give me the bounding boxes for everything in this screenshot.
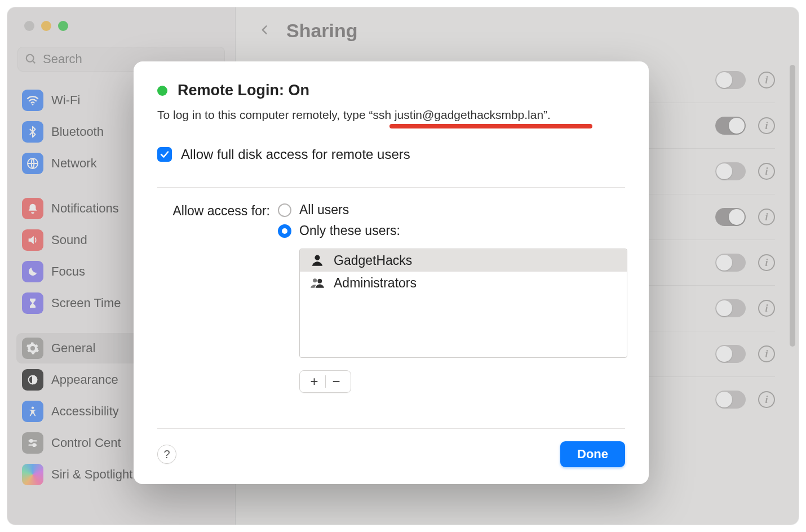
info-button[interactable]: i — [758, 300, 775, 317]
chevron-left-icon — [259, 21, 271, 38]
siri-icon — [22, 464, 43, 485]
add-remove-control: + − — [299, 370, 351, 393]
toggle[interactable] — [715, 391, 746, 409]
add-user-button[interactable]: + — [310, 375, 318, 388]
svg-point-7 — [30, 440, 32, 442]
accessibility-icon — [22, 401, 43, 422]
scrollbar[interactable] — [790, 65, 795, 358]
radio-icon — [278, 203, 291, 217]
search-icon — [25, 53, 37, 65]
bell-icon — [22, 198, 43, 219]
question-icon: ? — [163, 448, 170, 461]
sidebar-item-label: Appearance — [51, 373, 118, 387]
radio-all-users[interactable]: All users — [278, 202, 627, 218]
sidebar-item-label: Bluetooth — [51, 125, 104, 139]
bluetooth-icon — [22, 121, 43, 143]
user-name: GadgetHacks — [334, 253, 412, 268]
svg-point-2 — [32, 104, 34, 105]
dialog-subtitle: To log in to this computer remotely, typ… — [157, 108, 625, 122]
done-button[interactable]: Done — [560, 441, 625, 467]
svg-point-9 — [33, 444, 36, 446]
status-indicator-on — [157, 86, 167, 96]
appearance-icon — [22, 369, 43, 391]
svg-point-12 — [317, 279, 322, 283]
sidebar-item-label: Wi-Fi — [51, 93, 80, 108]
dialog-subtitle-text: To log in to this computer remotely, typ… — [157, 108, 551, 121]
remote-login-dialog: Remote Login: On To log in to this compu… — [134, 61, 649, 484]
full-disk-access-checkbox[interactable] — [157, 147, 172, 162]
gear-icon — [22, 338, 43, 359]
full-disk-access-label: Allow full disk access for remote users — [181, 147, 410, 162]
svg-point-10 — [315, 255, 320, 260]
access-for-label: Allow access for: — [157, 202, 270, 219]
toggle[interactable] — [715, 254, 746, 272]
sidebar-item-label: Sound — [51, 233, 87, 247]
svg-point-0 — [26, 55, 34, 62]
user-row[interactable]: Administrators — [300, 272, 627, 294]
settings-window: Wi-Fi Bluetooth Network Notifications — [7, 7, 799, 525]
speaker-icon — [22, 229, 43, 251]
annotation-underline — [389, 124, 592, 128]
info-button[interactable]: i — [758, 117, 775, 134]
user-name: Administrators — [334, 276, 417, 291]
info-button[interactable]: i — [758, 163, 775, 180]
info-button[interactable]: i — [758, 391, 775, 408]
toggle[interactable] — [715, 299, 746, 317]
sidebar-item-label: Focus — [51, 264, 85, 279]
person-icon — [310, 253, 325, 268]
back-button[interactable] — [259, 21, 271, 41]
sidebar-item-label: Notifications — [51, 201, 119, 216]
sidebar-item-label: Screen Time — [51, 296, 121, 311]
hourglass-icon — [22, 292, 43, 314]
sliders-icon — [22, 432, 43, 454]
radio-only-these-users[interactable]: Only these users: — [278, 223, 627, 238]
toggle[interactable] — [715, 71, 746, 89]
zoom-window-button[interactable] — [58, 21, 68, 31]
info-button[interactable]: i — [758, 254, 775, 271]
sidebar-item-label: General — [51, 341, 95, 356]
checkmark-icon — [160, 149, 170, 159]
minimize-window-button[interactable] — [41, 21, 51, 31]
remove-user-button[interactable]: − — [333, 375, 340, 388]
toggle[interactable] — [715, 208, 746, 226]
separator — [325, 375, 326, 388]
divider — [157, 187, 625, 188]
info-button[interactable]: i — [758, 345, 775, 362]
dialog-title: Remote Login: On — [178, 82, 309, 99]
radio-label: Only these users: — [299, 223, 400, 238]
radio-label: All users — [299, 202, 349, 218]
toggle[interactable] — [715, 345, 746, 363]
help-button[interactable]: ? — [157, 445, 176, 464]
globe-icon — [22, 153, 43, 174]
page-title: Sharing — [286, 20, 358, 42]
window-controls — [7, 7, 235, 31]
sidebar-item-label: Accessibility — [51, 404, 119, 419]
toggle[interactable] — [715, 117, 746, 135]
user-row[interactable]: GadgetHacks — [300, 249, 627, 272]
svg-point-5 — [32, 406, 34, 409]
people-icon — [310, 276, 325, 290]
radio-icon — [278, 224, 291, 238]
done-button-label: Done — [577, 447, 608, 461]
sidebar-item-label: Siri & Spotlight — [51, 467, 132, 482]
svg-line-1 — [33, 61, 36, 64]
close-window-button[interactable] — [24, 21, 34, 31]
info-button[interactable]: i — [758, 209, 775, 225]
sidebar-item-label: Control Cent — [51, 436, 121, 450]
sidebar-item-label: Network — [51, 156, 97, 171]
moon-icon — [22, 261, 43, 282]
scrollbar-thumb[interactable] — [790, 65, 795, 347]
info-button[interactable]: i — [758, 72, 775, 88]
toggle[interactable] — [715, 162, 746, 180]
svg-point-11 — [313, 278, 317, 282]
allowed-users-list[interactable]: GadgetHacks Administrators — [299, 249, 627, 358]
wifi-icon — [22, 90, 43, 111]
